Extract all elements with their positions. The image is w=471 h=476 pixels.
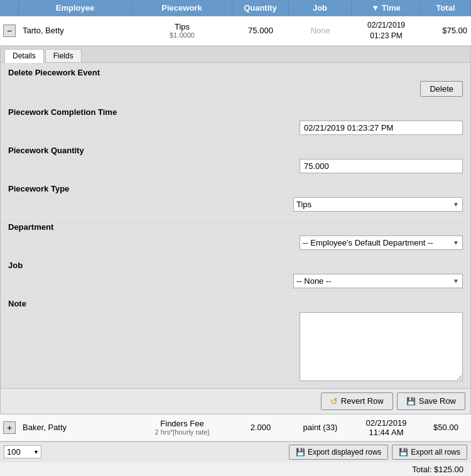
save-label: Save Row xyxy=(419,396,456,406)
total-2: $50.00 xyxy=(421,419,471,436)
collapse-button-1[interactable]: − xyxy=(3,24,16,37)
quantity-1: 75.000 xyxy=(232,22,289,39)
plus-icon: + xyxy=(7,423,12,432)
job-select[interactable]: -- None -- xyxy=(293,274,463,288)
expand-col-1[interactable]: − xyxy=(0,21,19,41)
rows-per-page-select[interactable]: 100 50 25 xyxy=(4,445,41,458)
detail-tabs: Details Fields xyxy=(1,46,470,63)
department-select[interactable]: -- Employee's Default Department -- xyxy=(300,235,463,250)
note-label: Note xyxy=(8,299,463,308)
date-1: 02/21/2019 xyxy=(354,20,418,31)
time-2: 02/21/2019 11:44 AM xyxy=(352,414,421,441)
delete-section: Delete Piecework Event Delete xyxy=(1,63,470,102)
piecework-type-label: Piecework Type xyxy=(8,184,463,193)
footer-bar: 100 50 25 💾 Export displayed rows 💾 Expo… xyxy=(0,441,471,462)
export-all-icon: 💾 xyxy=(399,448,408,457)
footer-left: 100 50 25 xyxy=(4,445,41,458)
revert-icon: ↺ xyxy=(330,396,338,406)
job-wrapper: -- None -- xyxy=(293,274,463,288)
tab-details[interactable]: Details xyxy=(4,49,44,63)
total-line: Total: $125.00 xyxy=(0,462,471,476)
job-section: Job -- None -- xyxy=(1,256,470,293)
expand-button-2[interactable]: + xyxy=(3,421,16,434)
action-row: ↺ Revert Row 💾 Save Row xyxy=(1,388,470,414)
employee-name-2: Baker, Patty xyxy=(19,419,132,436)
department-section: Department -- Employee's Default Departm… xyxy=(1,217,470,255)
quantity-label: Piecework Quantity xyxy=(8,146,463,155)
piecework-type-select[interactable]: Tips xyxy=(293,197,463,212)
piecework-name-1: Tips xyxy=(134,22,230,31)
export-displayed-button[interactable]: 💾 Export displayed rows xyxy=(289,445,388,460)
time-1: 02/21/2019 01:23 PM xyxy=(352,16,421,45)
employee-name-1: Tarto, Betty xyxy=(19,22,132,39)
table-header: Employee Piecework Quantity Job ▼ Time T… xyxy=(0,0,471,16)
piecework-rate-2: 2 hrs*[hourly rate] xyxy=(134,428,230,436)
header-quantity[interactable]: Quantity xyxy=(232,0,289,16)
department-label: Department xyxy=(8,222,463,232)
footer-right: 💾 Export displayed rows 💾 Export all row… xyxy=(289,445,467,460)
completion-time-input[interactable] xyxy=(300,121,463,135)
piecework-type-wrapper: Tips xyxy=(293,197,463,212)
date-2: 02/21/2019 xyxy=(354,418,418,428)
piecework-type-section: Piecework Type Tips xyxy=(1,179,470,217)
tab-fields[interactable]: Fields xyxy=(45,49,82,62)
expand-col-2[interactable]: + xyxy=(0,418,19,438)
revert-label: Revert Row xyxy=(341,396,384,406)
export-all-button[interactable]: 💾 Export all rows xyxy=(392,445,467,460)
job-label: Job xyxy=(8,261,463,270)
completion-time-label: Piecework Completion Time xyxy=(8,107,463,117)
delete-button[interactable]: Delete xyxy=(420,81,463,97)
piecework-2: Finders Fee 2 hrs*[hourly rate] xyxy=(132,415,232,440)
department-wrapper: -- Employee's Default Department -- xyxy=(300,235,463,250)
note-textarea[interactable] xyxy=(300,312,463,381)
time-val-2: 11:44 AM xyxy=(354,428,418,437)
total-value: Total: $125.00 xyxy=(412,465,463,474)
header-piecework[interactable]: Piecework xyxy=(132,0,232,16)
completion-time-section: Piecework Completion Time xyxy=(1,102,470,140)
table-row-1[interactable]: − Tarto, Betty Tips $1.0000 75.000 None … xyxy=(0,16,471,46)
piecework-name-2: Finders Fee xyxy=(134,419,230,428)
detail-panel: Details Fields Delete Piecework Event De… xyxy=(0,46,471,414)
delete-label: Delete Piecework Event xyxy=(8,68,463,77)
quantity-2: 2.000 xyxy=(232,419,289,436)
header-expand xyxy=(0,0,19,16)
header-time[interactable]: ▼ Time xyxy=(352,0,421,16)
header-total[interactable]: Total xyxy=(421,0,471,16)
save-icon: 💾 xyxy=(406,397,416,406)
time-val-1: 01:23 PM xyxy=(354,31,418,41)
quantity-input[interactable] xyxy=(300,159,463,173)
header-job[interactable]: Job xyxy=(289,0,352,16)
piecework-rate-1: $1.0000 xyxy=(134,31,230,39)
export-displayed-icon: 💾 xyxy=(296,448,305,457)
minus-icon: − xyxy=(7,26,12,35)
job-1: None xyxy=(289,22,352,39)
quantity-section: Piecework Quantity xyxy=(1,141,470,178)
note-section: Note xyxy=(1,294,470,388)
export-displayed-label: Export displayed rows xyxy=(308,448,381,457)
sort-indicator: ▼ xyxy=(371,3,379,13)
revert-row-button[interactable]: ↺ Revert Row xyxy=(321,392,393,410)
export-all-label: Export all rows xyxy=(411,448,460,457)
table-row-2[interactable]: + Baker, Patty Finders Fee 2 hrs*[hourly… xyxy=(0,414,471,441)
header-employee[interactable]: Employee xyxy=(19,0,132,16)
rows-per-page-wrapper: 100 50 25 xyxy=(4,445,41,458)
piecework-1: Tips $1.0000 xyxy=(132,18,232,43)
total-1: $75.00 xyxy=(421,22,471,39)
job-2: paint (33) xyxy=(289,419,352,436)
save-row-button[interactable]: 💾 Save Row xyxy=(397,392,465,410)
